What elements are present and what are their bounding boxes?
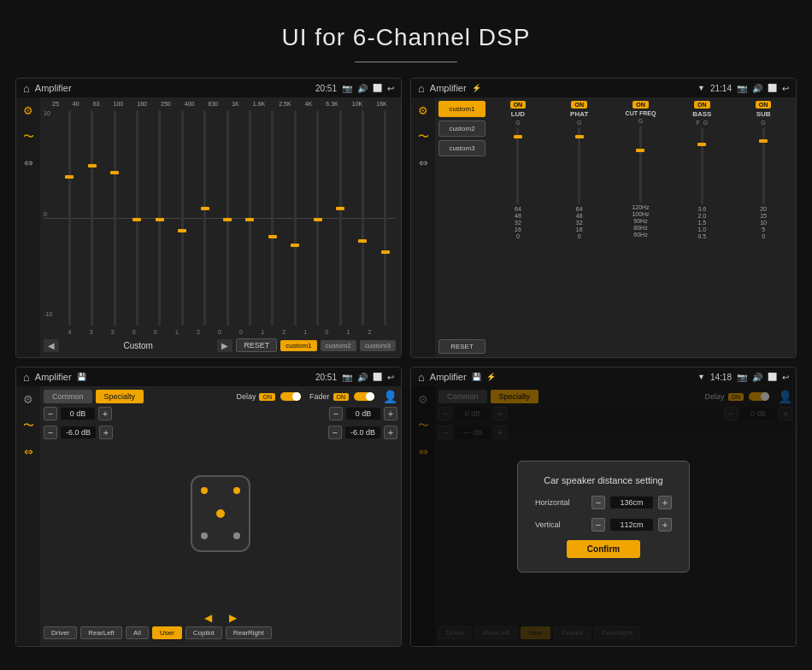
- back-icon-4[interactable]: ↩: [782, 373, 789, 382]
- eq-thumb-1[interactable]: [88, 164, 97, 168]
- home-icon-1[interactable]: ⌂: [23, 82, 30, 95]
- eq-thumb-0[interactable]: [65, 175, 74, 179]
- screen-icon-1[interactable]: ⬜: [373, 84, 382, 92]
- eq-custom1-btn[interactable]: custom1: [280, 340, 316, 351]
- eq-icon-2[interactable]: ⚙: [418, 104, 428, 117]
- horizontal-plus-btn[interactable]: +: [658, 496, 672, 509]
- plus-btn-tr[interactable]: +: [384, 407, 397, 420]
- minus-btn-tr[interactable]: −: [329, 407, 343, 420]
- camera-icon-2[interactable]: 📷: [737, 84, 747, 93]
- wave-icon-3[interactable]: 〜: [23, 418, 34, 433]
- dsp-custom3-btn[interactable]: custom3: [438, 140, 485, 156]
- zone-all[interactable]: All: [126, 626, 149, 639]
- eq-track-11[interactable]: [316, 110, 319, 326]
- eq-track-8[interactable]: [249, 110, 251, 326]
- vertical-plus-btn[interactable]: +: [658, 518, 672, 532]
- eq-track-13[interactable]: [362, 110, 364, 326]
- eq-track-14[interactable]: [384, 110, 386, 326]
- back-icon-1[interactable]: ↩: [387, 84, 394, 93]
- arrow-right[interactable]: ▶: [229, 612, 237, 624]
- eq-thumb-4[interactable]: [156, 218, 164, 221]
- dialog-overlay[interactable]: Car speaker distance setting Horizontal …: [411, 386, 796, 646]
- eq-thumb-3[interactable]: [132, 218, 141, 221]
- zone-rearleft[interactable]: RearLeft: [80, 626, 122, 639]
- eq-thumb-7[interactable]: [223, 218, 232, 221]
- arrows-icon-3[interactable]: ⇔: [24, 445, 33, 458]
- bass-track[interactable]: [701, 127, 703, 204]
- eq-track-3[interactable]: [136, 110, 138, 326]
- bass-thumb[interactable]: [697, 143, 706, 146]
- eq-prev-btn[interactable]: ◀: [44, 339, 59, 352]
- volume-icon-2[interactable]: 🔊: [752, 84, 762, 93]
- phat-thumb[interactable]: [575, 135, 584, 138]
- cutfreq-track[interactable]: [639, 126, 642, 203]
- eq-track-5[interactable]: [181, 110, 184, 326]
- eq-thumb-2[interactable]: [110, 171, 119, 174]
- eq-thumb-14[interactable]: [381, 250, 390, 254]
- confirm-button[interactable]: Confirm: [567, 540, 640, 558]
- zone-driver[interactable]: Driver: [44, 626, 77, 639]
- volume-icon-4[interactable]: 🔊: [752, 373, 762, 382]
- eq-custom3-btn[interactable]: custom3: [360, 340, 396, 351]
- fader-toggle[interactable]: [354, 392, 374, 401]
- eq-track-4[interactable]: [158, 110, 161, 326]
- screen-icon-2[interactable]: ⬜: [768, 84, 777, 92]
- eq-thumb-8[interactable]: [245, 218, 254, 221]
- delay-toggle[interactable]: [280, 392, 301, 401]
- plus-btn-bl[interactable]: +: [99, 426, 113, 439]
- eq-track-1[interactable]: [91, 110, 93, 326]
- eq-thumb-13[interactable]: [358, 239, 367, 243]
- camera-icon-3[interactable]: 📷: [342, 373, 352, 382]
- plus-btn-br[interactable]: +: [384, 426, 397, 439]
- minus-btn-bl[interactable]: −: [44, 426, 57, 439]
- sub-thumb[interactable]: [759, 139, 768, 143]
- eq-track-9[interactable]: [271, 110, 274, 326]
- eq-track-0[interactable]: [68, 110, 71, 326]
- specialty-tab-3[interactable]: Specialty: [96, 390, 144, 403]
- back-icon-3[interactable]: ↩: [387, 373, 394, 382]
- eq-thumb-5[interactable]: [178, 229, 186, 232]
- zone-rearright[interactable]: RearRight: [226, 626, 272, 639]
- horizontal-minus-btn[interactable]: −: [591, 496, 605, 509]
- common-tab-3[interactable]: Common: [44, 390, 92, 403]
- camera-icon-4[interactable]: 📷: [737, 373, 747, 382]
- zone-copilot[interactable]: Copilot: [185, 626, 222, 639]
- plus-btn-tl[interactable]: +: [98, 407, 112, 420]
- volume-icon-3[interactable]: 🔊: [357, 373, 368, 382]
- minus-btn-br[interactable]: −: [328, 426, 342, 439]
- lud-track[interactable]: [516, 127, 519, 204]
- eq-custom2-btn[interactable]: custom2: [321, 340, 356, 351]
- arrows-icon-2[interactable]: ⇔: [419, 156, 428, 169]
- screen-icon-4[interactable]: ⬜: [768, 373, 777, 381]
- eq-sidebar-icon[interactable]: ⚙: [23, 104, 33, 117]
- eq-thumb-9[interactable]: [268, 235, 277, 238]
- wave-icon-2[interactable]: 〜: [418, 129, 429, 144]
- eq-track-2[interactable]: [114, 110, 116, 326]
- vertical-minus-btn[interactable]: −: [591, 518, 605, 532]
- eq-thumb-12[interactable]: [336, 207, 344, 210]
- arrow-left[interactable]: ◀: [204, 612, 212, 624]
- eq-track-12[interactable]: [339, 110, 342, 326]
- lud-thumb[interactable]: [514, 135, 522, 138]
- eq-reset-btn[interactable]: RESET: [236, 338, 277, 352]
- eq-track-7[interactable]: [227, 110, 229, 326]
- zone-user[interactable]: User: [152, 626, 182, 639]
- back-icon-2[interactable]: ↩: [782, 84, 789, 93]
- eq-track-10[interactable]: [294, 110, 297, 326]
- home-icon-2[interactable]: ⌂: [418, 82, 425, 95]
- eq-thumb-10[interactable]: [291, 244, 299, 247]
- minus-btn-tl[interactable]: −: [44, 407, 57, 420]
- volume-icon-1[interactable]: 🔊: [357, 84, 368, 93]
- home-icon-4[interactable]: ⌂: [418, 371, 425, 384]
- dsp-reset-btn[interactable]: RESET: [438, 339, 485, 354]
- eq-track-6[interactable]: [203, 110, 206, 326]
- screen-icon-3[interactable]: ⬜: [373, 373, 382, 381]
- wave-sidebar-icon[interactable]: 〜: [23, 129, 34, 144]
- cutfreq-thumb[interactable]: [636, 149, 644, 152]
- eq-icon-3[interactable]: ⚙: [23, 393, 33, 406]
- eq-thumb-6[interactable]: [201, 207, 209, 210]
- eq-next-btn[interactable]: ▶: [217, 339, 232, 352]
- home-icon-3[interactable]: ⌂: [23, 371, 30, 384]
- dsp-custom1-btn[interactable]: custom1: [438, 101, 485, 117]
- phat-track[interactable]: [578, 127, 580, 204]
